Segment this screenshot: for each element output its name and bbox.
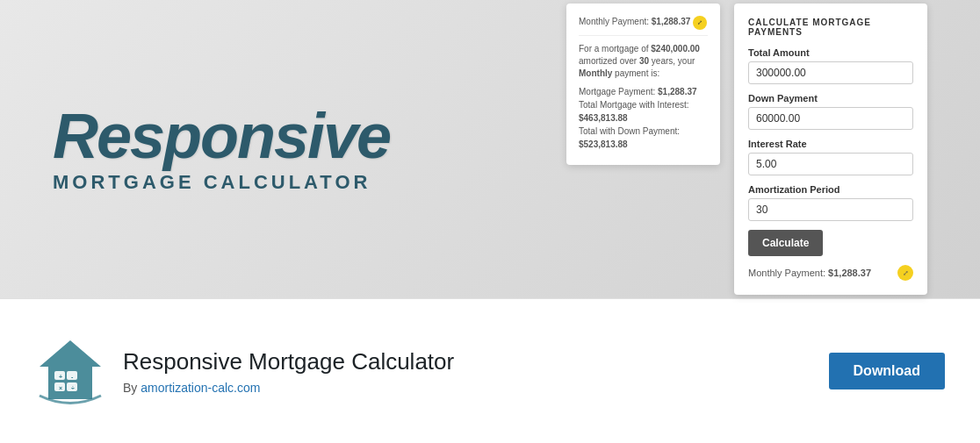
total-amount-label: Total Amount	[748, 47, 913, 58]
amortization-field: Amortization Period	[748, 184, 913, 221]
preview-frequency: Monthly	[579, 68, 612, 78]
down-payment-input[interactable]	[748, 107, 913, 130]
interest-rate-field: Interest Rate	[748, 139, 913, 175]
preview-years: 30	[639, 56, 649, 66]
preview-area: Monthly Payment: $1,288.37 ⤢ For a mortg…	[566, 4, 927, 295]
preview-amount: $240,000.00	[651, 44, 700, 54]
interest-rate-label: Interest Rate	[748, 139, 913, 149]
download-button[interactable]: Download	[829, 353, 945, 389]
calc-share-icon[interactable]: ⤢	[897, 265, 913, 281]
preview-monthly-label: Monthly Payment:	[579, 17, 652, 26]
preview-total-mortgage-value: $463,813.88	[579, 113, 708, 123]
plugin-info: Responsive Mortgage Calculator By amorti…	[123, 348, 829, 395]
calc-monthly-value: $1,288.37	[828, 268, 871, 278]
down-payment-field: Down Payment	[748, 93, 913, 130]
preview-total-mortgage-label: Total Mortgage with Interest:	[579, 100, 708, 110]
plugin-info-section: + - × ÷ Responsive Mortgage Calculator B…	[0, 298, 980, 443]
plugin-icon: + - × ÷	[35, 336, 105, 406]
logo-area: Responsive MORTGAGE CALCULATOR	[53, 104, 390, 194]
plugin-name: Responsive Mortgage Calculator	[123, 348, 829, 375]
preview-description: For a mortgage of $240,000.00 amortized …	[579, 43, 708, 80]
plugin-author: By amortization-calc.com	[123, 381, 829, 395]
down-payment-label: Down Payment	[748, 93, 913, 104]
preview-mortgage-payment: Mortgage Payment: $1,288.37	[579, 87, 708, 96]
calc-monthly-result: Monthly Payment: $1,288.37 ⤢	[748, 265, 913, 281]
svg-text:÷: ÷	[71, 385, 75, 391]
svg-text:×: ×	[59, 385, 62, 391]
preview-card-result: Monthly Payment: $1,288.37 ⤢ For a mortg…	[566, 4, 720, 165]
hero-section: Responsive MORTGAGE CALCULATOR Monthly P…	[0, 0, 980, 298]
preview-monthly-value: $1,288.37	[652, 17, 691, 26]
total-amount-input[interactable]	[748, 61, 913, 84]
share-icon[interactable]: ⤢	[693, 16, 707, 30]
amortization-input[interactable]	[748, 198, 913, 221]
calc-monthly-label: Monthly Payment: $1,288.37	[748, 268, 871, 278]
logo-responsive-text: Responsive	[53, 104, 390, 168]
calculate-button[interactable]: Calculate	[748, 230, 823, 256]
amortization-label: Amortization Period	[748, 184, 913, 195]
total-amount-field: Total Amount	[748, 47, 913, 84]
preview-monthly-top: Monthly Payment: $1,288.37 ⤢	[579, 16, 708, 36]
calc-title: CALCULATE MORTGAGE PAYMENTS	[748, 18, 913, 37]
calculator-card: CALCULATE MORTGAGE PAYMENTS Total Amount…	[734, 4, 927, 295]
preview-total-down-label: Total with Down Payment:	[579, 126, 708, 136]
svg-text:+: +	[59, 374, 62, 380]
by-label: By	[123, 381, 141, 395]
logo-subtitle-text: MORTGAGE CALCULATOR	[53, 171, 390, 194]
author-link[interactable]: amortization-calc.com	[141, 381, 260, 395]
preview-total-down-value: $523,813.88	[579, 139, 708, 149]
interest-rate-input[interactable]	[748, 153, 913, 175]
